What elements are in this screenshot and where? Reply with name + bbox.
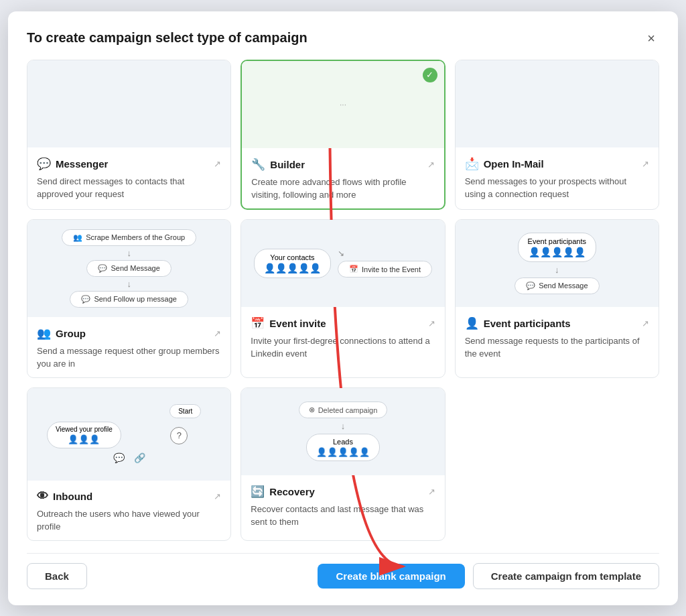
send-message-box: 💬 Send Message	[86, 260, 171, 277]
leads-bubble: Leads 👤👤👤👤👤	[306, 434, 380, 461]
messenger-ext-icon: ↗	[214, 159, 221, 169]
card-title-builder: 🔧 Builder	[251, 158, 305, 172]
builder-title: Builder	[270, 159, 305, 170]
inbound-start-box: Start	[169, 404, 201, 418]
modal-header: To create campaign select type of campai…	[27, 30, 659, 46]
card-info-event-invite: 📅 Event invite ↗ Invite your first-degre…	[241, 307, 444, 367]
invite-event-box: 📅 Invite to the Event	[338, 261, 432, 278]
event-part-bubble: Event participants 👤👤👤👤👤	[518, 233, 596, 262]
card-preview-event-participants: Event participants 👤👤👤👤👤 ↓ 💬 Send Messag…	[456, 220, 659, 307]
card-title-group: 👥 Group	[37, 326, 86, 341]
cards-grid: 💬 Messenger ↗ Send direct messages to co…	[27, 60, 659, 541]
card-info-event-participants: 👤 Event participants ↗ Send message requ…	[456, 307, 659, 367]
card-title-row-event-invite: 📅 Event invite ↗	[251, 316, 435, 330]
builder-ext-icon: ↗	[427, 160, 435, 170]
close-button[interactable]: ×	[643, 30, 659, 46]
event-invite-icon: 📅	[251, 316, 265, 330]
calendar-icon-small: 📅	[349, 265, 358, 273]
send-followup-box: 💬 Send Follow up message	[70, 291, 188, 308]
recovery-icon: 🔄	[251, 485, 265, 499]
recovery-title: Recovery	[269, 486, 315, 497]
group-desc: Send a message request other group membe…	[37, 345, 221, 371]
event-participants-title: Event participants	[484, 318, 571, 329]
invite-event-label: Invite to the Event	[362, 265, 421, 273]
scrape-members-box: 👥 Scrape Members of the Group	[62, 229, 196, 246]
inbound-avatars: 👤👤👤	[56, 434, 113, 444]
modal: To create campaign select type of campai…	[8, 11, 678, 605]
create-blank-campaign-button[interactable]: Create blank campaign	[318, 564, 465, 589]
deleted-campaign-label: Deleted campaign	[318, 406, 378, 414]
inbound-icon: 👁	[37, 490, 48, 503]
card-open-in-mail[interactable]: 📩 Open In-Mail ↗ Send messages to your p…	[455, 60, 659, 210]
event-invite-ext-icon: ↗	[428, 318, 435, 328]
builder-preview-placeholder: ···	[340, 100, 346, 109]
inbound-connect-icon: 🔗	[134, 452, 145, 463]
card-recovery[interactable]: ⊗ Deleted campaign ↓ Leads 👤👤👤👤👤 🔄 Recov…	[241, 387, 445, 541]
group-title: Group	[56, 328, 86, 339]
builder-icon: 🔧	[251, 158, 265, 172]
event-part-avatars: 👤👤👤👤👤	[528, 247, 586, 257]
inbound-q-circle: ?	[170, 427, 188, 444]
card-preview-builder: ✓ ···	[242, 61, 443, 148]
followup-icon-small: 💬	[81, 295, 90, 304]
inbound-title: Inbound	[53, 491, 92, 502]
recovery-ext-icon: ↗	[428, 487, 435, 497]
card-preview-open-in-mail	[456, 60, 659, 147]
recovery-desc: Recover contacts and last message that w…	[251, 503, 435, 529]
event-participants-icon: 👤	[465, 316, 479, 330]
deleted-icon: ⊗	[309, 406, 315, 414]
card-builder[interactable]: ✓ ··· 🔧 Builder ↗ Create more advanced f…	[241, 60, 445, 210]
event-invite-title: Event invite	[269, 318, 326, 329]
inbound-desc: Outreach the users who have viewed your …	[37, 507, 221, 534]
event-participants-ext-icon: ↗	[642, 318, 649, 328]
inbound-chat-icon: 💬	[113, 452, 125, 463]
inbound-profile-bubble: Viewed your profile 👤👤👤	[47, 422, 121, 448]
event-invite-desc: Invite your first-degree connections to …	[251, 334, 435, 361]
open-in-mail-title: Open In-Mail	[484, 158, 544, 170]
inbound-ext-icon: ↗	[214, 491, 221, 501]
card-info-open-in-mail: 📩 Open In-Mail ↗ Send messages to your p…	[456, 147, 659, 208]
card-title-row-builder: 🔧 Builder ↗	[251, 158, 434, 172]
contacts-avatars: 👤👤👤👤👤	[264, 263, 321, 273]
card-event-invite[interactable]: Your contacts 👤👤👤👤👤 ↘ 📅 Invite to the Ev…	[241, 219, 445, 378]
card-info-messenger: 💬 Messenger ↗ Send direct messages to co…	[27, 147, 230, 208]
card-inbound[interactable]: Start Viewed your profile 👤👤👤 ? 💬 🔗 👁	[27, 387, 231, 541]
open-in-mail-ext-icon: ↗	[642, 159, 649, 169]
back-button[interactable]: Back	[27, 563, 87, 589]
card-group[interactable]: 👥 Scrape Members of the Group ↓ 💬 Send M…	[27, 219, 231, 378]
create-from-template-button[interactable]: Create campaign from template	[473, 563, 659, 589]
event-part-label: Event participants	[528, 237, 586, 245]
event-participants-desc: Send message requests to the participant…	[465, 334, 649, 361]
card-messenger[interactable]: 💬 Messenger ↗ Send direct messages to co…	[27, 60, 231, 210]
group-preview-flow: 👥 Scrape Members of the Group ↓ 💬 Send M…	[37, 229, 221, 308]
deleted-campaign-bubble: ⊗ Deleted campaign	[299, 402, 388, 418]
card-preview-event-invite: Your contacts 👤👤👤👤👤 ↘ 📅 Invite to the Ev…	[241, 220, 444, 307]
open-in-mail-desc: Send messages to your prospects without …	[465, 175, 649, 201]
card-event-participants[interactable]: Event participants 👤👤👤👤👤 ↓ 💬 Send Messag…	[455, 219, 659, 378]
inbound-preview-flow: Start Viewed your profile 👤👤👤 ? 💬 🔗	[37, 397, 221, 471]
card-title-recovery: 🔄 Recovery	[251, 485, 315, 499]
card-preview-messenger	[27, 60, 230, 147]
footer-right: Create blank campaign Create campaign fr…	[318, 563, 659, 589]
arrow-down-3: ↓	[555, 265, 559, 274]
card-title-row-group: 👥 Group ↗	[37, 326, 221, 341]
your-contacts-bubble: Your contacts 👤👤👤👤👤	[254, 249, 331, 278]
group-icon: 👥	[37, 326, 51, 341]
card-preview-inbound: Start Viewed your profile 👤👤👤 ? 💬 🔗	[27, 388, 230, 481]
card-title-row-messenger: 💬 Messenger ↗	[37, 157, 221, 171]
scrape-members-label: Scrape Members of the Group	[86, 233, 185, 241]
card-title-messenger: 💬 Messenger	[37, 157, 108, 171]
messenger-icon: 💬	[37, 157, 51, 171]
leads-avatars: 👤👤👤👤👤	[316, 447, 370, 457]
card-preview-recovery: ⊗ Deleted campaign ↓ Leads 👤👤👤👤👤	[241, 388, 444, 475]
message-icon-small: 💬	[98, 264, 107, 273]
arrow-down-1: ↓	[127, 249, 131, 257]
card-info-recovery: 🔄 Recovery ↗ Recover contacts and last m…	[241, 475, 444, 536]
send-message-label: Send Message	[111, 264, 159, 272]
your-contacts-label: Your contacts	[264, 253, 321, 261]
card-info-inbound: 👁 Inbound ↗ Outreach the users who have …	[27, 481, 230, 540]
group-icon-small: 👥	[73, 233, 82, 242]
card-title-open-in-mail: 📩 Open In-Mail	[465, 157, 544, 171]
inbound-small-icons: 💬 🔗	[113, 452, 145, 463]
card-title-row-recovery: 🔄 Recovery ↗	[251, 485, 435, 499]
